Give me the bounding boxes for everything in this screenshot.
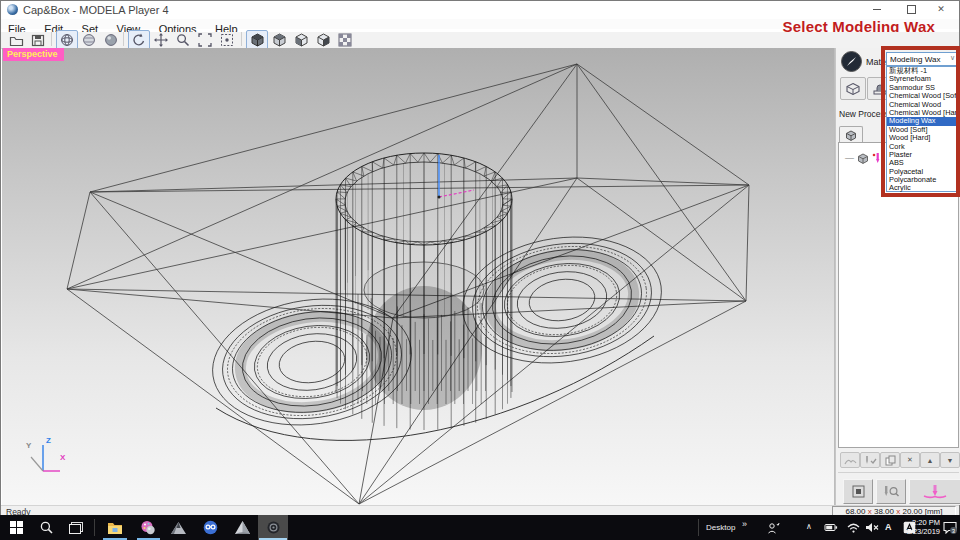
grid-toggle-button[interactable] <box>334 30 356 50</box>
minimize-icon <box>873 9 881 10</box>
top-view-button[interactable] <box>268 30 290 50</box>
pan-move-icon <box>154 33 168 47</box>
save-button[interactable] <box>27 30 49 50</box>
blue-circle-app-icon <box>203 520 218 535</box>
pinned-app-media-button[interactable] <box>134 515 162 540</box>
shaded-view-button[interactable] <box>100 30 122 50</box>
toolbar-overflow-chevron[interactable]: » <box>742 519 747 529</box>
hiddenline-view-button[interactable] <box>78 30 100 50</box>
wifi-tray-icon[interactable] <box>843 515 863 540</box>
move-up-button[interactable]: ▲ <box>920 452 940 468</box>
taskbar-search-button[interactable] <box>32 515 60 540</box>
copy-icon <box>885 455 896 466</box>
cube-side-icon <box>316 33 331 47</box>
rotate-tool-button[interactable] <box>128 30 150 50</box>
window-title: Cap&Box - MODELA Player 4 <box>23 4 169 16</box>
action-center-button[interactable]: 3 <box>940 515 960 540</box>
material-option[interactable]: Styrenefoam <box>887 75 956 83</box>
process-cube-icon <box>845 130 857 141</box>
side-view-button[interactable] <box>312 30 334 50</box>
power-tray-icon[interactable] <box>820 515 842 540</box>
process-tree-item[interactable]: — <box>845 152 882 164</box>
wireframe-model <box>2 48 834 505</box>
svg-text:X: X <box>60 453 66 462</box>
new-process-button[interactable]: New Process <box>839 109 889 119</box>
windows-taskbar: Desktop » ∧ A 2:20 PM 3/23/2019 3 <box>0 515 960 540</box>
model-viewport[interactable]: Perspective Z X Y <box>2 48 835 505</box>
delete-process-button[interactable]: ✕ <box>900 452 920 468</box>
perspective-view-button[interactable] <box>246 30 268 50</box>
magnifier-icon <box>176 33 190 47</box>
pyramid-app-icon <box>235 521 250 534</box>
tray-hidden-icons-chevron[interactable]: ∧ <box>806 522 812 531</box>
zoom-box-button[interactable] <box>216 30 238 50</box>
material-option[interactable]: 新規材料 -1 <box>887 67 956 75</box>
material-option[interactable]: Wood [Soft] <box>887 126 956 134</box>
copy-process-button[interactable] <box>880 452 900 468</box>
minimize-button[interactable] <box>863 2 891 17</box>
material-option[interactable]: Plaster <box>887 151 956 159</box>
clock-date: 3/23/2019 <box>907 527 940 536</box>
active-app-modela-button[interactable] <box>258 515 288 540</box>
material-compass-icon <box>841 51 862 72</box>
material-option[interactable]: Chemical Wood [Hard] <box>887 109 956 117</box>
wireframe-view-button[interactable] <box>56 30 78 50</box>
material-option[interactable]: Polyacetal <box>887 168 956 176</box>
view-mode-badge: Perspective <box>3 48 64 61</box>
toolbar <box>1 32 959 49</box>
surface-button[interactable] <box>840 452 860 468</box>
material-option[interactable]: Acrylic <box>887 184 956 192</box>
square-stop-icon <box>852 485 865 498</box>
task-view-icon <box>69 522 83 534</box>
start-cutting-button[interactable] <box>909 479 960 504</box>
zoom-tool-button[interactable] <box>172 30 194 50</box>
material-option[interactable]: Chemical Wood [Soft] <box>887 92 956 100</box>
task-view-button[interactable] <box>62 515 90 540</box>
wireframe-globe-icon <box>60 33 74 47</box>
move-down-button[interactable]: ▼ <box>940 452 960 468</box>
start-button[interactable] <box>2 515 30 540</box>
model-box-icon <box>845 82 861 96</box>
material-dropdown-value: Modeling Wax <box>890 55 940 64</box>
open-button[interactable] <box>5 30 27 50</box>
ime-language-indicator[interactable]: A <box>885 522 892 532</box>
tree-branch: — <box>845 153 854 163</box>
tool-check-button[interactable] <box>860 452 880 468</box>
file-explorer-button[interactable] <box>101 515 129 540</box>
material-dropdown[interactable]: Modeling Wax ∨ <box>886 52 957 66</box>
pinned-app-pyramid-button[interactable] <box>228 515 256 540</box>
preview-cutting-button[interactable] <box>876 479 906 504</box>
save-floppy-icon <box>31 34 45 47</box>
app-icon <box>7 4 18 15</box>
tree-tool-icon <box>872 152 882 164</box>
tree-model-icon <box>857 153 869 164</box>
close-button[interactable]: ✕ <box>927 2 955 17</box>
model-frame-button[interactable] <box>840 77 866 100</box>
stop-button[interactable] <box>843 479 873 504</box>
app-window: Cap&Box - MODELA Player 4 ✕ File Edit Se… <box>0 0 960 540</box>
material-option[interactable]: Chemical Wood <box>887 101 956 109</box>
material-option[interactable]: Polycarbonate <box>887 176 956 184</box>
search-icon <box>40 521 53 534</box>
fit-view-button[interactable] <box>194 30 216 50</box>
front-view-button[interactable] <box>290 30 312 50</box>
cutting-tool-icon <box>922 484 948 499</box>
material-option[interactable]: Sanmodur SS <box>887 84 956 92</box>
material-option-selected[interactable]: Modeling Wax <box>887 117 956 125</box>
cube-front-icon <box>294 33 309 47</box>
svg-text:Y: Y <box>26 441 32 450</box>
material-option[interactable]: Wood [Hard] <box>887 134 956 142</box>
taskbar-clock[interactable]: 2:20 PM 3/23/2019 <box>907 518 940 536</box>
pinned-app-triangle-button[interactable] <box>164 515 192 540</box>
pinned-app-blue-button[interactable] <box>196 515 224 540</box>
volume-muted-tray-icon[interactable] <box>862 515 882 540</box>
process-tab[interactable] <box>839 126 863 143</box>
material-option[interactable]: Cork <box>887 143 956 151</box>
maximize-button[interactable] <box>897 2 925 17</box>
people-tray-icon[interactable] <box>762 515 784 540</box>
pan-tool-button[interactable] <box>150 30 172 50</box>
material-option[interactable]: ABS <box>887 159 956 167</box>
desktop-toolbar[interactable]: Desktop <box>706 523 735 532</box>
chevron-down-icon: ∨ <box>950 54 955 62</box>
windows-logo-icon <box>10 521 23 534</box>
